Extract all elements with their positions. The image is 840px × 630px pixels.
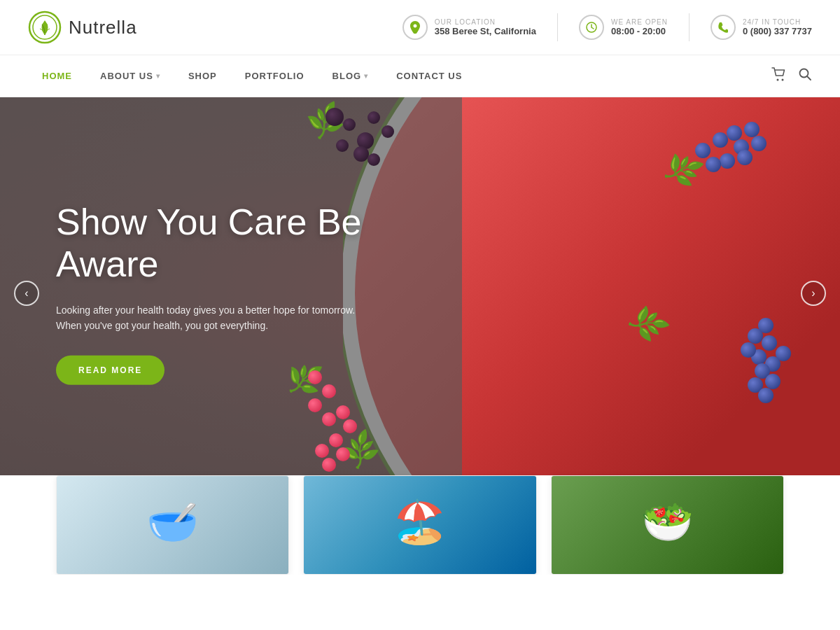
nav-item-shop[interactable]: SHOP [174, 55, 231, 97]
hero-subtitle: Looking after your health today gives yo… [56, 302, 392, 333]
blueberry-7 [720, 153, 735, 169]
raspberry-7 [329, 433, 343, 447]
nav-icons [771, 67, 812, 85]
location-icon [402, 15, 428, 40]
blackberry-1 [343, 118, 356, 131]
hours-value: 08:00 - 20:00 [611, 26, 668, 36]
hours-label: WE ARE OPEN [611, 18, 668, 26]
blueberry-9 [695, 143, 710, 158]
blackberry-7 [368, 153, 380, 166]
blackberry-8 [326, 108, 344, 126]
phone-text: 24/7 IN TOUCH 0 (800) 337 7737 [743, 18, 812, 36]
blueberry-20 [758, 388, 774, 403]
phone-value: 0 (800) 337 7737 [743, 26, 812, 36]
svg-point-3 [777, 79, 779, 81]
raspberry-10 [322, 458, 336, 472]
location-value: 358 Beree St, California [435, 26, 536, 36]
hero-content: Show You Care Be Aware Looking after you… [56, 202, 392, 385]
location-block: OUR LOCATION 358 Beree St, California [402, 15, 536, 40]
blackberry-6 [382, 125, 394, 138]
hero-read-more-button[interactable]: READ MORE [56, 356, 164, 385]
leaf-2 [665, 153, 700, 186]
raspberry-6 [343, 419, 357, 433]
location-label: OUR LOCATION [435, 18, 536, 26]
blueberry-6 [737, 150, 752, 165]
blueberry-2 [727, 125, 742, 141]
blueberry-5 [751, 136, 766, 151]
raspberry-4 [322, 412, 336, 426]
blueberry-18 [765, 374, 780, 389]
logo[interactable]: Nutrella [28, 10, 137, 44]
logo-text: Nutrella [69, 17, 137, 38]
blackberry-5 [354, 146, 369, 162]
main-nav: HOME ABOUT US ▾ SHOP PORTFOLIO BLOG ▾ CO… [0, 55, 840, 97]
separator-1 [557, 13, 558, 41]
blueberry-8 [706, 157, 721, 172]
separator-2 [689, 13, 690, 41]
phone-label: 24/7 IN TOUCH [743, 18, 812, 26]
raspberry-2 [322, 384, 336, 398]
header-info: OUR LOCATION 358 Beree St, California WE… [402, 13, 812, 41]
hero-title: Show You Care Be Aware [56, 202, 392, 286]
nav-item-about[interactable]: ABOUT US ▾ [86, 55, 174, 97]
phone-icon [710, 15, 736, 40]
hero-slider: Show You Care Be Aware Looking after you… [0, 97, 840, 489]
blackberry-3 [368, 111, 380, 124]
nav-item-blog[interactable]: BLOG ▾ [318, 55, 383, 97]
search-icon[interactable] [798, 67, 812, 85]
nav-item-contact[interactable]: CONTACT US [382, 55, 476, 97]
cart-icon[interactable] [771, 67, 787, 85]
raspberry-9 [336, 447, 350, 461]
card-1-image [57, 476, 288, 574]
blueberry-4 [744, 122, 760, 137]
blackberry-4 [336, 139, 349, 152]
card-3[interactable] [551, 475, 784, 575]
card-1[interactable] [56, 475, 289, 575]
chevron-down-icon: ▾ [156, 72, 160, 80]
raspberry-8 [315, 444, 329, 458]
clock-icon [579, 15, 604, 40]
blueberry-17 [758, 318, 774, 333]
svg-point-4 [782, 79, 784, 81]
slider-next-button[interactable]: › [801, 281, 826, 306]
phone-block: 24/7 IN TOUCH 0 (800) 337 7737 [710, 15, 812, 40]
hero-background: Show You Care Be Aware Looking after you… [0, 97, 840, 489]
card-2[interactable] [303, 475, 536, 575]
raspberry-5 [336, 405, 350, 419]
top-header: Nutrella OUR LOCATION 358 Beree St, Cali… [0, 0, 840, 55]
blueberry-15 [741, 342, 756, 358]
blueberry-1 [713, 132, 728, 148]
nav-item-portfolio[interactable]: PORTFOLIO [231, 55, 318, 97]
slider-prev-button[interactable]: ‹ [14, 281, 39, 306]
nav-links: HOME ABOUT US ▾ SHOP PORTFOLIO BLOG ▾ CO… [28, 55, 476, 97]
leaf-5 [630, 307, 665, 340]
chevron-down-icon-2: ▾ [364, 72, 368, 80]
raspberry-3 [308, 398, 322, 412]
location-text: OUR LOCATION 358 Beree St, California [435, 18, 536, 36]
cards-section [0, 475, 840, 575]
logo-icon [28, 10, 62, 44]
card-2-image [304, 476, 536, 574]
nav-item-home[interactable]: HOME [28, 55, 86, 97]
hours-block: WE ARE OPEN 08:00 - 20:00 [579, 15, 668, 40]
card-3-image [552, 476, 783, 574]
hours-text: WE ARE OPEN 08:00 - 20:00 [611, 18, 668, 36]
blueberry-10 [762, 335, 777, 351]
